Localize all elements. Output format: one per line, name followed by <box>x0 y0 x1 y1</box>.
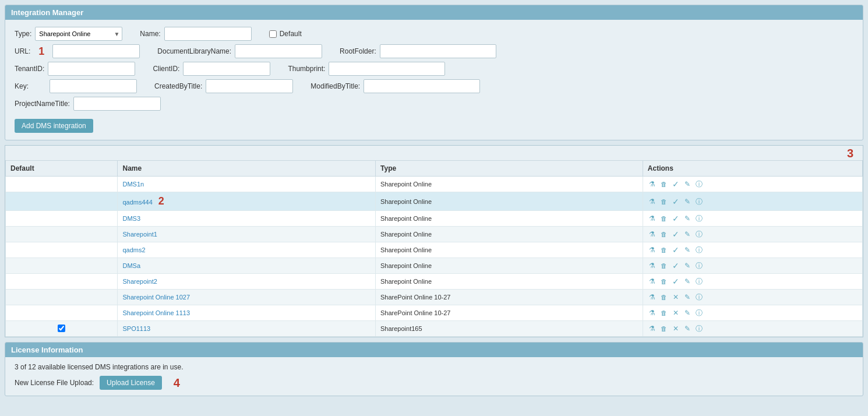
delete-trash-icon[interactable]: 🗑 <box>659 197 669 206</box>
name-link[interactable]: SPO1113 <box>122 325 150 332</box>
info-icon[interactable]: ⓘ <box>694 324 704 333</box>
add-dms-button[interactable]: Add DMS integration <box>15 119 93 133</box>
name-cell: SPO1113 <box>118 321 376 337</box>
created-by-input[interactable] <box>206 79 293 93</box>
status-check-icon[interactable]: ✓ <box>671 230 680 239</box>
info-icon[interactable]: ⓘ <box>694 179 704 189</box>
edit-pencil-icon[interactable]: ✎ <box>683 214 692 223</box>
modified-by-input[interactable] <box>364 79 480 93</box>
test-flask-icon[interactable]: ⚗ <box>648 214 657 223</box>
key-input[interactable] <box>50 79 137 93</box>
table-row: Sharepoint Online 1113SharePoint Online … <box>6 305 863 321</box>
project-name-input[interactable] <box>73 97 161 111</box>
integration-table-container: 3 Default Name Type Actions DMS1nSharepo… <box>5 145 863 337</box>
actions-cell: ⚗🗑✕✎ⓘ <box>643 321 862 337</box>
name-link[interactable]: Sharepoint Online 1113 <box>122 309 190 316</box>
status-check-icon[interactable]: ✓ <box>671 197 680 206</box>
status-check-icon[interactable]: ✓ <box>671 214 680 223</box>
root-folder-input[interactable] <box>380 44 496 58</box>
name-link[interactable]: DMS1n <box>122 181 144 188</box>
table-row: qadms2Sharepoint Online⚗🗑✓✎ⓘ <box>6 242 863 258</box>
delete-trash-icon[interactable]: 🗑 <box>659 324 669 333</box>
test-flask-icon[interactable]: ⚗ <box>648 292 657 302</box>
name-input[interactable] <box>164 27 252 41</box>
name-link[interactable]: qadms444 <box>122 199 152 206</box>
default-cell <box>6 258 118 274</box>
actions-cell: ⚗🗑✓✎ⓘ <box>643 242 862 258</box>
edit-pencil-icon[interactable]: ✎ <box>683 308 692 318</box>
delete-trash-icon[interactable]: 🗑 <box>659 179 669 189</box>
delete-trash-icon[interactable]: 🗑 <box>659 308 669 318</box>
name-link[interactable]: Sharepoint1 <box>122 231 157 238</box>
modified-by-label: ModifiedByTitle: <box>310 82 360 90</box>
action-icons-group: ⚗🗑✓✎ⓘ <box>648 197 858 206</box>
tenant-id-input[interactable] <box>48 62 135 76</box>
url-input[interactable] <box>52 44 140 58</box>
edit-pencil-icon[interactable]: ✎ <box>683 292 692 302</box>
actions-cell: ⚗🗑✓✎ⓘ <box>643 192 862 211</box>
action-icons-group: ⚗🗑✓✎ⓘ <box>648 230 858 239</box>
status-x-icon[interactable]: ✕ <box>671 308 680 318</box>
test-flask-icon[interactable]: ⚗ <box>648 308 657 318</box>
test-flask-icon[interactable]: ⚗ <box>648 197 657 206</box>
name-link[interactable]: qadms2 <box>122 246 145 253</box>
delete-trash-icon[interactable]: 🗑 <box>659 245 669 255</box>
thumbprint-input[interactable] <box>329 62 445 76</box>
status-x-icon[interactable]: ✕ <box>671 292 680 302</box>
integration-manager-panel: Integration Manager Type: Sharepoint Onl… <box>5 5 863 140</box>
license-upload-row: New License File Upload: Upload License … <box>15 376 853 390</box>
delete-trash-icon[interactable]: 🗑 <box>659 292 669 302</box>
info-icon[interactable]: ⓘ <box>694 308 704 318</box>
modified-by-field-group: ModifiedByTitle: <box>310 79 480 93</box>
status-check-icon[interactable]: ✓ <box>671 261 680 270</box>
name-link[interactable]: Sharepoint2 <box>122 278 157 285</box>
edit-pencil-icon[interactable]: ✎ <box>683 230 692 239</box>
default-cell <box>6 274 118 290</box>
delete-trash-icon[interactable]: 🗑 <box>659 214 669 223</box>
test-flask-icon[interactable]: ⚗ <box>648 245 657 255</box>
test-flask-icon[interactable]: ⚗ <box>648 261 657 270</box>
edit-pencil-icon[interactable]: ✎ <box>683 261 692 270</box>
client-id-label: ClientID: <box>153 65 179 73</box>
info-icon[interactable]: ⓘ <box>694 245 704 255</box>
test-flask-icon[interactable]: ⚗ <box>648 324 657 333</box>
status-check-icon[interactable]: ✓ <box>671 245 680 255</box>
status-check-icon[interactable]: ✓ <box>671 277 680 286</box>
info-icon[interactable]: ⓘ <box>694 230 704 239</box>
test-flask-icon[interactable]: ⚗ <box>648 230 657 239</box>
info-icon[interactable]: ⓘ <box>694 197 704 206</box>
info-icon[interactable]: ⓘ <box>694 261 704 270</box>
edit-pencil-icon[interactable]: ✎ <box>683 277 692 286</box>
delete-trash-icon[interactable]: 🗑 <box>659 230 669 239</box>
name-link[interactable]: DMS3 <box>122 215 140 222</box>
status-check-icon[interactable]: ✓ <box>671 179 680 189</box>
doc-library-input[interactable] <box>235 44 322 58</box>
delete-trash-icon[interactable]: 🗑 <box>659 261 669 270</box>
type-select[interactable]: Sharepoint Online SharePoint Online 10-2… <box>35 27 122 41</box>
actions-cell: ⚗🗑✕✎ⓘ <box>643 305 862 321</box>
edit-pencil-icon[interactable]: ✎ <box>683 197 692 206</box>
table-row: DMS3Sharepoint Online⚗🗑✓✎ⓘ <box>6 211 863 227</box>
name-link[interactable]: Sharepoint Online 1027 <box>122 294 190 301</box>
default-checkbox-row[interactable] <box>58 325 65 332</box>
table-row: DMS1nSharepoint Online⚗🗑✓✎ⓘ <box>6 177 863 192</box>
edit-pencil-icon[interactable]: ✎ <box>683 324 692 333</box>
license-body: 3 of 12 available licensed DMS integrati… <box>5 357 863 396</box>
name-link[interactable]: DMSa <box>122 262 140 269</box>
type-cell: Sharepoint Online <box>376 242 643 258</box>
edit-pencil-icon[interactable]: ✎ <box>683 245 692 255</box>
action-icons-group: ⚗🗑✕✎ⓘ <box>648 292 858 302</box>
default-checkbox[interactable] <box>269 30 277 38</box>
type-label: Type: <box>15 30 31 38</box>
test-flask-icon[interactable]: ⚗ <box>648 277 657 286</box>
test-flask-icon[interactable]: ⚗ <box>648 179 657 189</box>
info-icon[interactable]: ⓘ <box>694 214 704 223</box>
info-icon[interactable]: ⓘ <box>694 277 704 286</box>
client-id-input[interactable] <box>183 62 270 76</box>
info-icon[interactable]: ⓘ <box>694 292 704 302</box>
edit-pencil-icon[interactable]: ✎ <box>683 179 692 189</box>
status-x-icon[interactable]: ✕ <box>671 324 680 333</box>
delete-trash-icon[interactable]: 🗑 <box>659 277 669 286</box>
tenant-id-field-group: TenantID: <box>15 62 135 76</box>
upload-license-button[interactable]: Upload License <box>100 376 162 390</box>
